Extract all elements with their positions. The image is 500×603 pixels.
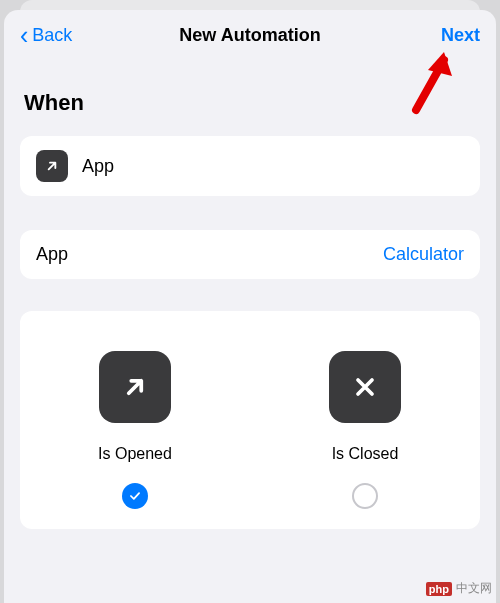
watermark: php 中文网 (426, 580, 492, 597)
trigger-cell[interactable]: App (20, 136, 480, 196)
radio-closed[interactable] (352, 483, 378, 509)
app-picker-label: App (36, 244, 68, 265)
chevron-left-icon: ‹ (20, 23, 28, 48)
watermark-logo-icon: php (426, 582, 452, 596)
app-open-icon (36, 150, 68, 182)
radio-opened[interactable] (122, 483, 148, 509)
back-label: Back (32, 25, 72, 46)
next-button[interactable]: Next (441, 25, 480, 46)
option-closed-label: Is Closed (332, 445, 399, 463)
x-close-icon (329, 351, 401, 423)
option-opened-label: Is Opened (98, 445, 172, 463)
automation-sheet: ‹ Back New Automation Next When App App … (4, 10, 496, 603)
open-close-options: Is Opened Is Closed (20, 311, 480, 529)
back-button[interactable]: ‹ Back (20, 23, 72, 48)
watermark-text: 中文网 (456, 580, 492, 597)
nav-bar: ‹ Back New Automation Next (4, 10, 496, 60)
app-picker-value: Calculator (383, 244, 464, 265)
arrow-up-right-icon (99, 351, 171, 423)
when-section-title: When (4, 60, 496, 126)
option-is-opened[interactable]: Is Opened (20, 351, 250, 509)
trigger-label: App (82, 156, 114, 177)
option-is-closed[interactable]: Is Closed (250, 351, 480, 509)
nav-title: New Automation (4, 25, 496, 46)
app-picker-cell[interactable]: App Calculator (20, 230, 480, 279)
